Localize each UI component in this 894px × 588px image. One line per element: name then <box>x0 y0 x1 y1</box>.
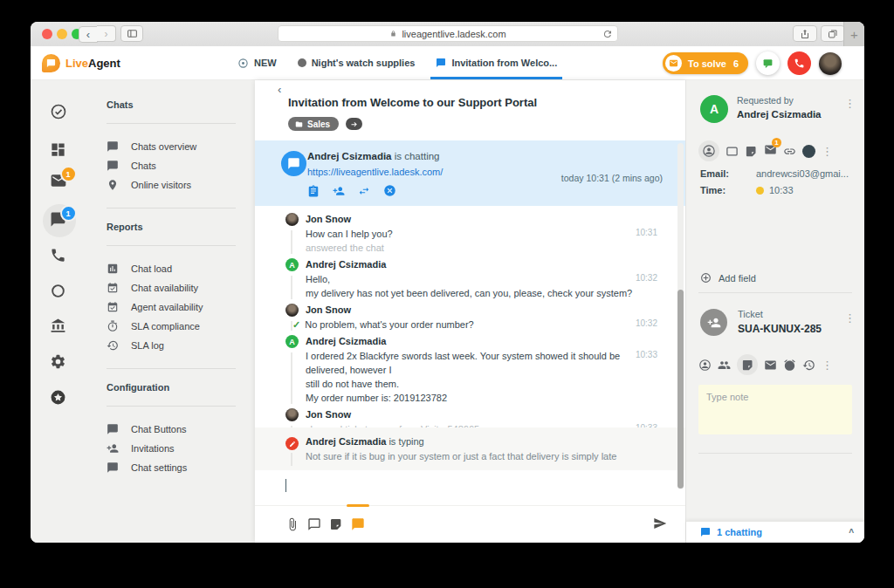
gear-icon <box>50 353 66 370</box>
close-window-button[interactable] <box>42 29 52 39</box>
person-add-icon <box>107 442 119 455</box>
note-icon[interactable] <box>745 145 758 158</box>
send-icon[interactable] <box>653 516 667 530</box>
banner-timestamp: today 10:31 (2 mins ago) <box>561 173 663 183</box>
tab-label: Invitation from Welco... <box>451 58 557 68</box>
arrow-right-icon <box>350 120 358 128</box>
logo-agent-text: Agent <box>88 57 120 70</box>
email-value: andrewcsi03@gmai... <box>756 168 849 179</box>
menu-item-chat-load[interactable]: Chat load <box>107 259 236 278</box>
chatting-footer[interactable]: 1 chatting ^ <box>686 521 864 543</box>
address-bar[interactable]: liveagentlive.ladesk.com <box>278 25 618 42</box>
rail-item-dashboard[interactable] <box>50 141 69 161</box>
scrollbar-thumb[interactable] <box>677 290 684 489</box>
share-button[interactable] <box>793 25 817 42</box>
agent-avatar[interactable] <box>819 52 842 75</box>
menu-item-chat-buttons[interactable]: Chat Buttons <box>107 420 236 439</box>
back-chevron-icon[interactable]: ‹ <box>278 85 281 95</box>
more-actions-icon[interactable]: ⋮ <box>822 146 833 157</box>
requester-mail-tab[interactable]: 1 <box>764 143 777 160</box>
menu-item-sla-log[interactable]: SLA log <box>107 336 236 355</box>
menu-item-label: Invitations <box>131 443 175 454</box>
message-author: Jon Snow <box>306 212 657 227</box>
app-header: LiveAgent NEW Night's watch supplies Inv… <box>31 46 864 80</box>
jon-snow-avatar <box>285 304 299 317</box>
liveagent-logo[interactable]: LiveAgent <box>42 54 120 72</box>
rail-item-calls[interactable] <box>50 247 69 266</box>
menu-item-chat-settings[interactable]: Chat settings <box>107 458 236 477</box>
menu-item-chats[interactable]: Chats <box>107 156 236 175</box>
transfer-chat-icon[interactable] <box>358 185 370 197</box>
contact-card-icon[interactable] <box>307 185 320 197</box>
attach-file-icon[interactable] <box>285 517 299 531</box>
rail-item-resolve[interactable] <box>50 103 69 122</box>
person-icon[interactable] <box>698 359 712 372</box>
visitor-avatar-icon[interactable] <box>802 145 815 158</box>
rail-item-tickets[interactable]: 1 <box>50 172 69 191</box>
invite-agent-icon[interactable] <box>333 185 345 197</box>
requester-card: A Requested by Andrej Csizmadia <box>700 95 822 123</box>
star-circle-icon <box>50 389 66 406</box>
chevron-up-icon[interactable]: ^ <box>849 528 854 537</box>
calls-button[interactable] <box>787 51 811 75</box>
minimize-window-button[interactable] <box>57 29 67 39</box>
tab-overview-button[interactable] <box>821 25 845 42</box>
mail-icon[interactable] <box>764 359 777 372</box>
chat-header: ‹ Invitation from Welcome to our Support… <box>255 80 685 140</box>
department-tag[interactable]: Sales <box>288 117 339 131</box>
chat-panel: ‹ Invitation from Welcome to our Support… <box>255 80 685 543</box>
ticket-menu-icon[interactable]: ⋮ <box>844 312 856 324</box>
rail-item-online[interactable] <box>50 283 69 302</box>
rail-item-knowledgebase[interactable] <box>50 318 69 337</box>
browser-forward-button[interactable]: › <box>97 25 116 42</box>
icon-rail: 1 1 <box>31 80 87 543</box>
rail-item-upgrade[interactable] <box>50 389 69 408</box>
chat-reply-icon[interactable] <box>351 517 365 531</box>
people-icon[interactable] <box>718 359 731 372</box>
menu-item-agent-availability[interactable]: Agent availability <box>107 297 236 317</box>
sidebar-toggle-icon[interactable] <box>120 25 143 42</box>
card-icon[interactable] <box>726 145 739 158</box>
canned-message-icon[interactable] <box>307 517 321 531</box>
note-tab-selected[interactable] <box>737 354 758 375</box>
note-icon <box>741 359 754 372</box>
message-line: I ordered 2x Blackfyre swords last week.… <box>306 349 657 377</box>
folder-icon <box>295 120 303 128</box>
note-icon[interactable] <box>329 517 343 531</box>
more-actions-icon[interactable]: ⋮ <box>822 359 833 371</box>
jon-snow-avatar <box>285 408 299 421</box>
tab-invitation-active[interactable]: Invitation from Welco... <box>436 46 557 79</box>
add-field-button[interactable]: Add field <box>700 272 756 284</box>
move-department-button[interactable] <box>346 118 362 130</box>
reload-icon[interactable] <box>602 29 613 39</box>
mail-badge: 1 <box>772 138 781 147</box>
logo-live-text: Live <box>65 57 88 70</box>
divider <box>107 123 236 124</box>
rail-item-settings[interactable] <box>50 353 69 373</box>
menu-item-online-visitors[interactable]: Online visitors <box>107 175 236 195</box>
new-tab-button[interactable]: + <box>843 22 864 46</box>
divider <box>107 208 236 209</box>
menu-item-sla-compliance[interactable]: SLA compliance <box>107 317 236 336</box>
menu-item-chats-overview[interactable]: Chats overview <box>107 137 236 156</box>
menu-item-chat-availability[interactable]: Chat availability <box>107 278 236 297</box>
profile-tab-selected[interactable] <box>698 140 719 161</box>
menu-item-label: Chat load <box>131 263 172 274</box>
history-icon[interactable] <box>802 359 815 372</box>
to-solve-button[interactable]: To solve 6 <box>663 52 748 74</box>
chat-bubble-icon <box>287 157 300 170</box>
requester-menu-icon[interactable]: ⋮ <box>844 98 856 109</box>
requested-by-name: Andrej Csizmadia <box>737 109 822 120</box>
alarm-icon[interactable] <box>783 359 796 372</box>
end-chat-icon[interactable] <box>383 184 396 197</box>
reply-input[interactable] <box>255 470 685 505</box>
menu-item-invitations[interactable]: Invitations <box>107 439 236 458</box>
chats-status-button[interactable] <box>756 51 780 75</box>
browser-back-button[interactable]: ‹ <box>79 26 98 43</box>
tab-new[interactable]: NEW <box>237 46 277 79</box>
note-input[interactable] <box>698 385 852 434</box>
rail-item-chats-active[interactable]: 1 <box>50 211 69 230</box>
screenshot-stage: ‹ › liveagentlive.ladesk.com + LiveAgent… <box>0 0 894 588</box>
link-icon[interactable] <box>783 145 796 158</box>
tab-nights-watch-supplies[interactable]: Night's watch supplies <box>298 46 416 79</box>
